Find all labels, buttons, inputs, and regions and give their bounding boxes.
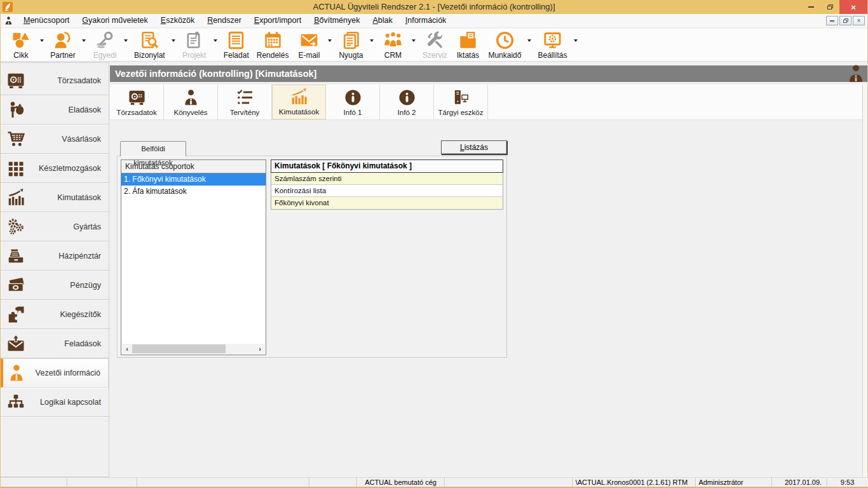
- horizontal-scrollbar[interactable]: ‹ ›: [122, 344, 265, 354]
- mdi-restore-button[interactable]: [839, 16, 851, 25]
- tab-info-1[interactable]: Infó 1: [326, 85, 380, 119]
- chevron-down-icon: [214, 39, 217, 42]
- toolbar-button-email[interactable]: E-mail: [292, 29, 325, 61]
- safe-icon: [6, 71, 25, 90]
- toolbar-button-bizonylat[interactable]: Bizonylat: [130, 29, 169, 61]
- sidebar-item-gyartas[interactable]: Gyártás: [1, 212, 109, 241]
- list-item[interactable]: 2. Áfa kimutatások: [121, 186, 266, 198]
- sidebar-item-feladasok[interactable]: Feladások: [1, 329, 109, 358]
- person-with-bag-icon: [6, 100, 25, 119]
- title-bar: ACTUAL Ügyviteli Rendszer 2.1 - [Vezetői…: [1, 0, 867, 14]
- reports-panel: Kimutatás csoportok 1. Főkönyvi kimutatá…: [117, 156, 507, 358]
- info-circle-icon: [398, 88, 416, 107]
- toolbar-dropdown-partner[interactable]: [79, 20, 88, 61]
- gears-icon: [6, 217, 25, 236]
- listazas-button[interactable]: Listázás: [441, 140, 507, 154]
- toolbar-button-iktatas[interactable]: Iktatás: [451, 29, 484, 61]
- sidebar-item-torzsadatok[interactable]: Törzsadatok: [1, 66, 109, 95]
- toolbar-button-rendeles[interactable]: Rendelés: [253, 29, 293, 61]
- minimize-icon: [830, 20, 834, 22]
- menu-item-menucsoport[interactable]: Menücsoport: [17, 14, 76, 27]
- toolbar-button-crm[interactable]: CRM: [376, 29, 409, 61]
- tab-torzsadatok[interactable]: Törzsadatok: [110, 85, 164, 119]
- safe-icon: [128, 88, 146, 107]
- window-controls: ×: [801, 0, 867, 14]
- chevron-down-icon: [124, 39, 128, 42]
- sidebar: Törzsadatok Eladások Vásárlások Készletm…: [1, 62, 109, 477]
- menu-bar: Menücsoport Gyakori műveletek Eszközök R…: [1, 14, 867, 28]
- list-item[interactable]: Kontírozási lista: [271, 185, 503, 197]
- info-circle-icon: [344, 88, 362, 107]
- toolbar-dropdown-beallitas[interactable]: [571, 20, 580, 61]
- sidebar-item-vezetoi-informacio[interactable]: Vezetői információ: [1, 358, 109, 388]
- restore-button[interactable]: [820, 0, 839, 14]
- toolbar-button-beallitas[interactable]: Beállítás: [534, 29, 571, 61]
- scrollbar-thumb[interactable]: [132, 344, 226, 353]
- key-icon: 0110: [95, 30, 115, 50]
- envelope-up-arrow-icon: [6, 334, 25, 353]
- menu-item-export-import[interactable]: Export/import: [248, 14, 308, 27]
- computer-icon: [452, 88, 470, 107]
- toolbar-dropdown-projekt[interactable]: [211, 20, 220, 61]
- sidebar-item-hazipenztar[interactable]: Házipénztár: [1, 241, 109, 271]
- toolbar-dropdown-cikk[interactable]: [37, 20, 46, 61]
- right-panel-splitter[interactable]: [862, 85, 867, 477]
- toolbar-button-cikk[interactable]: Cikk: [4, 29, 37, 61]
- toolbar-dropdown-crm[interactable]: [409, 20, 418, 61]
- receipt-stack-icon: [341, 30, 361, 50]
- menu-item-bovitmenyek[interactable]: Bővítmények: [308, 14, 366, 27]
- sidebar-item-kimutatasok[interactable]: Kimutatások: [1, 183, 109, 212]
- toolbar-button-nyugta[interactable]: Nyugta: [334, 29, 367, 61]
- sidebar-item-keszletmozgasok[interactable]: Készletmozgások: [1, 154, 109, 183]
- toolbar-button-partner[interactable]: Partner: [46, 29, 79, 61]
- list-item[interactable]: Főkönyvi kivonat: [271, 197, 503, 209]
- tab-belfoldi-kimutatasok[interactable]: Belföldi kimutatások: [120, 141, 186, 156]
- chevron-down-icon: [527, 39, 531, 42]
- status-segment-empty: [137, 478, 310, 487]
- sidebar-item-penzugy[interactable]: Pénzügy: [1, 271, 109, 300]
- chevron-down-icon: [574, 39, 578, 42]
- people-group-icon: [383, 30, 403, 50]
- sidebar-item-logikai-kapcsolat[interactable]: Logikai kapcsolat: [1, 388, 109, 417]
- toolbar-dropdown-bizonylat[interactable]: [169, 20, 178, 61]
- status-date: 2017.01.09.: [772, 478, 827, 487]
- close-button[interactable]: ×: [839, 0, 867, 14]
- mdi-minimize-button[interactable]: [826, 16, 838, 25]
- toolbar-button-munkaido[interactable]: Munkaidő: [484, 29, 525, 61]
- status-time: 9:53: [827, 478, 867, 487]
- tab-terv-teny[interactable]: Terv/tény: [218, 85, 272, 119]
- module-title: Vezetői információ (kontrolling) [Kimuta…: [115, 69, 316, 79]
- sidebar-item-eladasok[interactable]: Eladások: [1, 95, 109, 125]
- close-icon: ×: [851, 3, 856, 12]
- toolbar-button-feladat[interactable]: Feladat: [220, 29, 253, 61]
- partner-person-icon: [53, 30, 73, 50]
- sidebar-item-kiegeszitok[interactable]: Kiegészítők: [1, 300, 109, 329]
- tab-konyveles[interactable]: Könyvelés: [164, 85, 218, 119]
- tab-kimutatasok[interactable]: Kimutatások: [272, 85, 326, 119]
- toolbar-dropdown-nyugta[interactable]: [367, 20, 376, 61]
- scroll-left-icon[interactable]: ‹: [122, 344, 132, 354]
- menu-item-informaciok[interactable]: Információk: [399, 14, 453, 27]
- scrollbar-track[interactable]: [132, 344, 255, 354]
- list-item[interactable]: 1. Főkönyvi kimutatások: [121, 173, 266, 186]
- menu-item-rendszer[interactable]: Rendszer: [201, 14, 248, 27]
- toolbar-dropdown-munkaido[interactable]: [525, 20, 534, 61]
- money-bills-icon: [6, 276, 25, 295]
- minimize-button[interactable]: [801, 0, 820, 14]
- sidebar-item-vasarlasok[interactable]: Vásárlások: [1, 125, 109, 154]
- monitor-gear-icon: [543, 30, 562, 50]
- status-user: Adminisztrátor: [696, 478, 772, 487]
- status-segment-empty: [309, 478, 357, 487]
- status-segment-empty: [1, 478, 67, 487]
- tab-info-2[interactable]: Infó 2: [380, 85, 434, 119]
- list-item[interactable]: Számlaszám szerinti: [271, 173, 503, 185]
- mdi-close-button[interactable]: ×: [853, 16, 865, 25]
- chevron-down-icon: [82, 39, 86, 42]
- report-list-header: Kimutatások [ Főkönyvi kimutatások ]: [271, 159, 503, 173]
- tab-targyi-eszkoz[interactable]: Tárgyi eszköz: [434, 85, 488, 119]
- scroll-right-icon[interactable]: ›: [255, 344, 265, 354]
- svg-text:0110: 0110: [97, 44, 105, 48]
- grid-squares-icon: [6, 159, 25, 178]
- toolbar-dropdown-egyedi[interactable]: [121, 20, 130, 61]
- toolbar-dropdown-email[interactable]: [325, 20, 334, 61]
